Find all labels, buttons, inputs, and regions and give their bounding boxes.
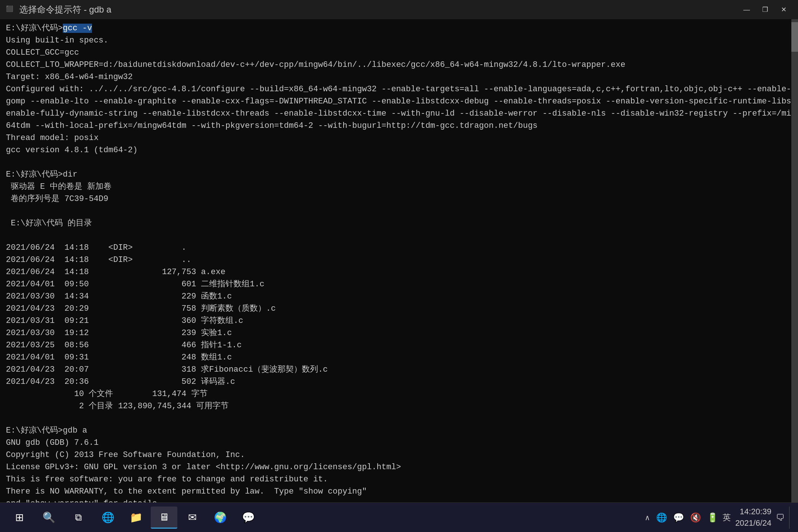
clock[interactable]: 14:20:39 2021/6/24	[735, 506, 771, 529]
window-icon: ⬛	[6, 5, 15, 14]
terminal-output[interactable]: E:\好凉\代码>gcc -v Using built-in specs. CO…	[0, 19, 791, 502]
taskbar-app-cmd[interactable]: 🖥	[151, 507, 177, 529]
taskbar-app-explorer[interactable]: 📁	[123, 507, 149, 529]
language-indicator[interactable]: 英	[723, 512, 731, 523]
battery-icon[interactable]: 🔋	[707, 512, 718, 523]
chat-icon[interactable]: 💬	[673, 512, 684, 523]
clock-date: 2021/6/24	[735, 518, 771, 529]
volume-icon[interactable]: 🔇	[690, 512, 701, 523]
taskview-icon: ⧉	[75, 512, 82, 523]
close-button[interactable]: ✕	[775, 4, 792, 16]
start-button[interactable]: ⊞	[6, 507, 33, 529]
minimize-button[interactable]: —	[738, 4, 755, 16]
taskview-button[interactable]: ⧉	[65, 507, 92, 529]
search-button[interactable]: 🔍	[35, 507, 62, 529]
show-hidden-icon[interactable]: ∧	[645, 513, 650, 522]
scrollbar[interactable]	[791, 19, 798, 502]
taskbar-app-mail[interactable]: ✉	[179, 507, 205, 529]
taskbar-left: ⊞ 🔍 ⧉ 🌐📁🖥✉🌍💬	[6, 507, 262, 529]
start-icon: ⊞	[15, 511, 24, 524]
maximize-button[interactable]: ❐	[757, 4, 774, 16]
title-bar-left: ⬛ 选择命令提示符 - gdb a	[6, 4, 111, 16]
taskbar-app-wechat[interactable]: 💬	[235, 507, 262, 529]
scrollbar-thumb[interactable]	[791, 22, 798, 52]
system-tray: ∧ 🌐 💬 🔇 🔋	[645, 512, 718, 523]
taskbar-app-chrome[interactable]: 🌍	[207, 507, 233, 529]
taskbar-right: ∧ 🌐 💬 🔇 🔋 英 14:20:39 2021/6/24 🗨	[645, 506, 792, 529]
taskbar: ⊞ 🔍 ⧉ 🌐📁🖥✉🌍💬 ∧ 🌐 💬 🔇 🔋 英 14:20:39 2021/6	[0, 502, 798, 532]
network-icon[interactable]: 🌐	[656, 512, 667, 523]
show-desktop-button[interactable]	[789, 507, 792, 529]
taskbar-app-edge[interactable]: 🌐	[95, 507, 121, 529]
taskbar-apps: 🌐📁🖥✉🌍💬	[95, 507, 262, 529]
clock-time: 14:20:39	[735, 506, 771, 518]
content-area: E:\好凉\代码>gcc -v Using built-in specs. CO…	[0, 19, 798, 502]
notification-icon[interactable]: 🗨	[776, 512, 785, 523]
main-window: ⬛ 选择命令提示符 - gdb a — ❐ ✕ E:\好凉\代码>gcc -v …	[0, 0, 798, 532]
title-bar-controls: — ❐ ✕	[738, 4, 792, 16]
window-title: 选择命令提示符 - gdb a	[19, 4, 111, 16]
search-icon: 🔍	[42, 511, 55, 524]
title-bar: ⬛ 选择命令提示符 - gdb a — ❐ ✕	[0, 0, 798, 19]
